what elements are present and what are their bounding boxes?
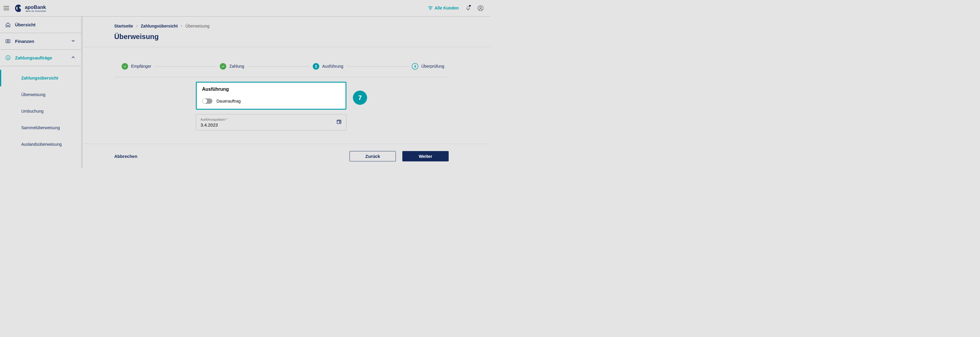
chevron-right-icon <box>136 25 138 27</box>
standing-order-toggle[interactable] <box>202 99 213 104</box>
customer-filter[interactable]: Alle Kunden <box>428 6 459 11</box>
sidebar-item-finances[interactable]: Finanzen <box>0 33 81 50</box>
sidebar-sub-foreign[interactable]: Auslandsüberweisung <box>0 136 81 153</box>
back-button[interactable]: Zurück <box>350 151 396 161</box>
step-number: 4 <box>412 63 418 70</box>
standing-order-label: Dauerauftrag <box>217 99 241 104</box>
notification-dot-icon <box>469 5 471 7</box>
sidebar-sub-overview[interactable]: Zahlungsübersicht <box>0 70 81 86</box>
sidebar-item-label: Umbuchung <box>21 109 43 113</box>
step-label: Zahlung <box>229 64 244 69</box>
check-icon <box>221 65 224 68</box>
page-title: Überweisung <box>114 32 449 41</box>
brand-tagline: Bank der Gesundheit <box>25 10 46 12</box>
callout-number: 7 <box>358 94 361 101</box>
shell: Übersicht Finanzen $ Zahlungsaufträge Za… <box>0 16 490 168</box>
notifications-button[interactable] <box>465 5 471 11</box>
button-label: Weiter <box>419 154 433 159</box>
svg-text:$: $ <box>7 57 9 59</box>
step-connector <box>346 66 409 67</box>
step-label: Überprüfung <box>421 64 444 69</box>
sidebar-item-label: Auslandsüberweisung <box>21 142 62 147</box>
chevron-up-icon <box>70 55 76 61</box>
cancel-button[interactable]: Abbrechen <box>114 154 137 159</box>
sidebar: Übersicht Finanzen $ Zahlungsaufträge Za… <box>0 16 83 168</box>
sidebar-item-payments[interactable]: $ Zahlungsaufträge <box>0 50 81 66</box>
next-button[interactable]: Weiter <box>402 151 449 161</box>
brand-name: apoBank <box>25 4 46 10</box>
date-label: Ausführungsdatum * <box>201 118 228 121</box>
svg-point-1 <box>480 6 481 8</box>
svg-point-3 <box>7 40 9 42</box>
profile-button[interactable] <box>477 5 484 11</box>
sidebar-sub-rebook[interactable]: Umbuchung <box>0 103 81 120</box>
sidebar-sub-transfer[interactable]: Überweisung <box>0 86 81 103</box>
step-connector <box>154 66 217 67</box>
step-label: Empfänger <box>131 64 151 69</box>
menu-icon[interactable] <box>3 6 9 10</box>
filter-icon <box>428 6 433 10</box>
sidebar-item-label: Zahlungsübersicht <box>21 76 58 80</box>
step-review[interactable]: 4 Überprüfung <box>412 63 444 70</box>
step-label: Ausführung <box>322 64 343 69</box>
customer-filter-label: Alle Kunden <box>434 6 459 11</box>
check-icon <box>123 65 127 68</box>
sidebar-item-label: Zahlungsaufträge <box>15 55 52 60</box>
step-payment[interactable]: Zahlung <box>220 63 244 70</box>
sidebar-item-label: Finanzen <box>15 39 34 44</box>
user-circle-icon <box>477 5 484 11</box>
main: Startseite Zahlungsübersicht Überweisung… <box>83 16 490 168</box>
finance-icon <box>5 39 11 44</box>
execution-date-field[interactable]: Ausführungsdatum * 3.4.2023 <box>196 114 347 130</box>
step-recipient[interactable]: Empfänger <box>122 63 151 70</box>
execution-heading: Ausführung <box>202 86 340 92</box>
button-label: Zurück <box>365 154 380 159</box>
brand[interactable]: apoBank Bank der Gesundheit <box>14 4 46 13</box>
chevron-right-icon <box>180 25 183 27</box>
date-value: 3.4.2023 <box>201 122 228 128</box>
svg-rect-6 <box>337 120 341 123</box>
svg-rect-7 <box>339 122 340 123</box>
sidebar-sub-batch[interactable]: Sammelüberweisung <box>0 120 81 136</box>
calendar-icon[interactable] <box>337 119 342 125</box>
topbar: apoBank Bank der Gesundheit Alle Kunden <box>0 0 490 16</box>
crumb-payments[interactable]: Zahlungsübersicht <box>141 24 178 29</box>
sidebar-item-overview[interactable]: Übersicht <box>0 16 81 33</box>
home-icon <box>5 22 11 27</box>
chevron-down-icon <box>70 38 76 45</box>
payments-icon: $ <box>5 55 11 61</box>
step-number: 3 <box>313 63 319 70</box>
crumb-current: Überweisung <box>185 24 210 29</box>
svg-rect-2 <box>6 40 10 43</box>
action-bar: Abbrechen Zurück Weiter <box>83 144 490 168</box>
sidebar-item-label: Sammelüberweisung <box>21 125 60 130</box>
callout-badge: 7 <box>353 91 367 105</box>
stepper: Empfänger Zahlung 3 Ausführung 4 Überprü… <box>114 54 449 77</box>
sidebar-item-label: Überweisung <box>21 92 45 97</box>
crumb-home[interactable]: Startseite <box>114 24 133 29</box>
execution-card: Ausführung Dauerauftrag <box>196 82 347 110</box>
breadcrumb: Startseite Zahlungsübersicht Überweisung <box>114 24 449 29</box>
sidebar-sublist: Zahlungsübersicht Überweisung Umbuchung … <box>0 66 81 156</box>
step-execution[interactable]: 3 Ausführung <box>313 63 343 70</box>
sidebar-item-label: Übersicht <box>15 22 35 27</box>
step-connector <box>247 66 310 67</box>
apobank-logo-icon <box>14 4 23 13</box>
